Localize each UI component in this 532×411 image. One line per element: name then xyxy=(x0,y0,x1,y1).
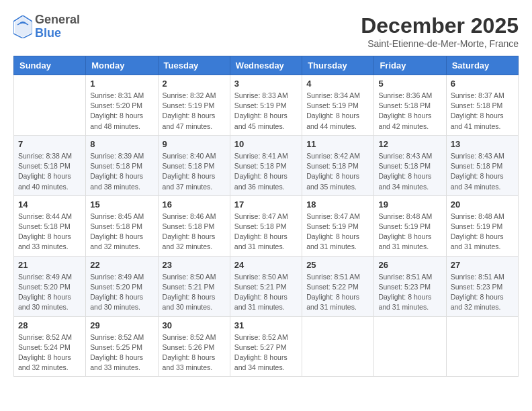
day-info: Sunrise: 8:32 AM Sunset: 5:19 PM Dayligh… xyxy=(163,91,226,132)
calendar-cell: 21Sunrise: 8:49 AM Sunset: 5:20 PM Dayli… xyxy=(14,256,86,316)
header-row: SundayMondayTuesdayWednesdayThursdayFrid… xyxy=(14,56,519,75)
day-header-thursday: Thursday xyxy=(302,56,374,75)
day-info: Sunrise: 8:42 AM Sunset: 5:18 PM Dayligh… xyxy=(306,151,369,192)
day-info: Sunrise: 8:52 AM Sunset: 5:26 PM Dayligh… xyxy=(163,332,226,373)
calendar-cell: 29Sunrise: 8:52 AM Sunset: 5:25 PM Dayli… xyxy=(86,316,158,377)
logo-text: General Blue xyxy=(35,13,80,40)
calendar-cell: 23Sunrise: 8:50 AM Sunset: 5:21 PM Dayli… xyxy=(158,256,230,316)
title-area: December 2025 Saint-Etienne-de-Mer-Morte… xyxy=(361,13,519,49)
day-number: 7 xyxy=(18,139,81,149)
day-header-monday: Monday xyxy=(86,56,158,75)
day-info: Sunrise: 8:45 AM Sunset: 5:18 PM Dayligh… xyxy=(90,212,153,253)
day-info: Sunrise: 8:38 AM Sunset: 5:18 PM Dayligh… xyxy=(18,151,81,192)
calendar-cell: 4Sunrise: 8:34 AM Sunset: 5:19 PM Daylig… xyxy=(302,75,374,136)
day-number: 4 xyxy=(306,79,369,89)
calendar-cell: 9Sunrise: 8:40 AM Sunset: 5:18 PM Daylig… xyxy=(158,135,230,195)
day-number: 27 xyxy=(451,260,514,270)
day-number: 19 xyxy=(378,199,441,210)
calendar-cell: 10Sunrise: 8:41 AM Sunset: 5:18 PM Dayli… xyxy=(230,135,302,195)
calendar-cell: 15Sunrise: 8:45 AM Sunset: 5:18 PM Dayli… xyxy=(86,195,158,256)
day-number: 24 xyxy=(234,260,298,270)
calendar-header: SundayMondayTuesdayWednesdayThursdayFrid… xyxy=(14,56,519,75)
day-number: 5 xyxy=(378,79,441,89)
day-number: 29 xyxy=(90,320,153,330)
calendar-cell xyxy=(302,316,374,377)
calendar-cell: 22Sunrise: 8:49 AM Sunset: 5:20 PM Dayli… xyxy=(86,256,158,316)
calendar-cell: 6Sunrise: 8:37 AM Sunset: 5:18 PM Daylig… xyxy=(446,75,518,136)
day-number: 13 xyxy=(451,139,514,149)
day-info: Sunrise: 8:49 AM Sunset: 5:20 PM Dayligh… xyxy=(90,272,153,313)
day-number: 11 xyxy=(306,139,369,149)
calendar-week-2: 7Sunrise: 8:38 AM Sunset: 5:18 PM Daylig… xyxy=(14,135,519,195)
day-info: Sunrise: 8:50 AM Sunset: 5:21 PM Dayligh… xyxy=(234,272,298,313)
day-info: Sunrise: 8:41 AM Sunset: 5:18 PM Dayligh… xyxy=(234,151,298,192)
day-info: Sunrise: 8:37 AM Sunset: 5:18 PM Dayligh… xyxy=(451,91,514,132)
calendar-cell: 24Sunrise: 8:50 AM Sunset: 5:21 PM Dayli… xyxy=(230,256,302,316)
day-number: 16 xyxy=(163,199,226,210)
day-number: 31 xyxy=(234,320,298,330)
day-info: Sunrise: 8:43 AM Sunset: 5:18 PM Dayligh… xyxy=(378,151,441,192)
calendar-cell: 17Sunrise: 8:47 AM Sunset: 5:18 PM Dayli… xyxy=(230,195,302,256)
calendar-cell: 28Sunrise: 8:52 AM Sunset: 5:24 PM Dayli… xyxy=(14,316,86,377)
calendar-cell: 16Sunrise: 8:46 AM Sunset: 5:18 PM Dayli… xyxy=(158,195,230,256)
day-number: 21 xyxy=(18,260,81,270)
day-info: Sunrise: 8:34 AM Sunset: 5:19 PM Dayligh… xyxy=(306,91,369,132)
day-info: Sunrise: 8:47 AM Sunset: 5:19 PM Dayligh… xyxy=(306,212,369,253)
calendar-cell: 3Sunrise: 8:33 AM Sunset: 5:19 PM Daylig… xyxy=(230,75,302,136)
day-number: 22 xyxy=(90,260,153,270)
calendar-cell: 7Sunrise: 8:38 AM Sunset: 5:18 PM Daylig… xyxy=(14,135,86,195)
calendar-cell: 18Sunrise: 8:47 AM Sunset: 5:19 PM Dayli… xyxy=(302,195,374,256)
calendar-cell: 12Sunrise: 8:43 AM Sunset: 5:18 PM Dayli… xyxy=(374,135,446,195)
day-number: 17 xyxy=(234,199,298,210)
day-info: Sunrise: 8:52 AM Sunset: 5:25 PM Dayligh… xyxy=(90,332,153,373)
day-info: Sunrise: 8:51 AM Sunset: 5:23 PM Dayligh… xyxy=(378,272,441,313)
calendar-cell: 14Sunrise: 8:44 AM Sunset: 5:18 PM Dayli… xyxy=(14,195,86,256)
day-number: 1 xyxy=(90,79,153,89)
day-info: Sunrise: 8:51 AM Sunset: 5:23 PM Dayligh… xyxy=(451,272,514,313)
month-title: December 2025 xyxy=(361,13,519,38)
calendar-week-4: 21Sunrise: 8:49 AM Sunset: 5:20 PM Dayli… xyxy=(14,256,519,316)
day-number: 3 xyxy=(234,79,298,89)
day-header-saturday: Saturday xyxy=(446,56,518,75)
day-info: Sunrise: 8:48 AM Sunset: 5:19 PM Dayligh… xyxy=(378,212,441,253)
day-info: Sunrise: 8:51 AM Sunset: 5:22 PM Dayligh… xyxy=(306,272,369,313)
svg-marker-0 xyxy=(15,17,31,37)
day-header-sunday: Sunday xyxy=(14,56,86,75)
day-number: 18 xyxy=(306,199,369,210)
calendar-week-5: 28Sunrise: 8:52 AM Sunset: 5:24 PM Dayli… xyxy=(14,316,519,377)
day-number: 12 xyxy=(378,139,441,149)
calendar-table: SundayMondayTuesdayWednesdayThursdayFrid… xyxy=(13,56,519,377)
day-number: 10 xyxy=(234,139,298,149)
day-info: Sunrise: 8:49 AM Sunset: 5:20 PM Dayligh… xyxy=(18,272,81,313)
day-info: Sunrise: 8:46 AM Sunset: 5:18 PM Dayligh… xyxy=(163,212,226,253)
day-info: Sunrise: 8:48 AM Sunset: 5:19 PM Dayligh… xyxy=(451,212,514,253)
day-number: 23 xyxy=(163,260,226,270)
logo-line1: General xyxy=(35,13,80,27)
day-number: 28 xyxy=(18,320,81,330)
calendar-cell xyxy=(374,316,446,377)
day-number: 8 xyxy=(90,139,153,149)
day-info: Sunrise: 8:40 AM Sunset: 5:18 PM Dayligh… xyxy=(163,151,226,192)
calendar-cell: 20Sunrise: 8:48 AM Sunset: 5:19 PM Dayli… xyxy=(446,195,518,256)
day-info: Sunrise: 8:52 AM Sunset: 5:27 PM Dayligh… xyxy=(234,332,298,373)
day-header-tuesday: Tuesday xyxy=(158,56,230,75)
logo-icon xyxy=(13,15,32,38)
day-info: Sunrise: 8:43 AM Sunset: 5:18 PM Dayligh… xyxy=(451,151,514,192)
day-number: 9 xyxy=(163,139,226,149)
day-number: 2 xyxy=(163,79,226,89)
logo: General Blue xyxy=(13,13,80,40)
calendar-week-1: 1Sunrise: 8:31 AM Sunset: 5:20 PM Daylig… xyxy=(14,75,519,136)
location-subtitle: Saint-Etienne-de-Mer-Morte, France xyxy=(361,38,519,49)
calendar-cell: 1Sunrise: 8:31 AM Sunset: 5:20 PM Daylig… xyxy=(86,75,158,136)
day-number: 20 xyxy=(451,199,514,210)
day-info: Sunrise: 8:33 AM Sunset: 5:19 PM Dayligh… xyxy=(234,91,298,132)
day-number: 14 xyxy=(18,199,81,210)
day-info: Sunrise: 8:44 AM Sunset: 5:18 PM Dayligh… xyxy=(18,212,81,253)
day-number: 15 xyxy=(90,199,153,210)
calendar-cell: 19Sunrise: 8:48 AM Sunset: 5:19 PM Dayli… xyxy=(374,195,446,256)
day-info: Sunrise: 8:47 AM Sunset: 5:18 PM Dayligh… xyxy=(234,212,298,253)
day-number: 26 xyxy=(378,260,441,270)
calendar-cell: 30Sunrise: 8:52 AM Sunset: 5:26 PM Dayli… xyxy=(158,316,230,377)
day-number: 25 xyxy=(306,260,369,270)
calendar-cell: 25Sunrise: 8:51 AM Sunset: 5:22 PM Dayli… xyxy=(302,256,374,316)
